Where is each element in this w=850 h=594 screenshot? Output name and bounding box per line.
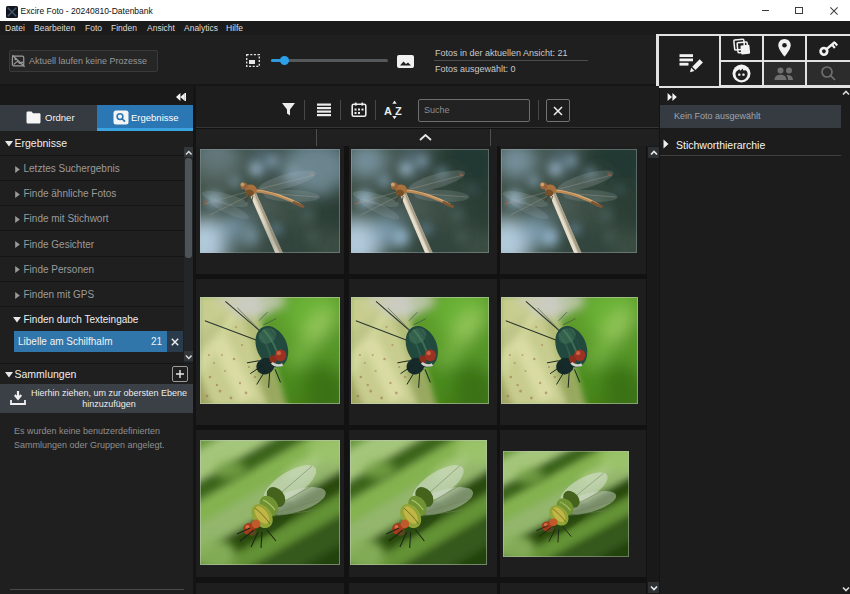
svg-text:Z: Z	[395, 105, 402, 117]
svg-text:A: A	[384, 105, 392, 117]
